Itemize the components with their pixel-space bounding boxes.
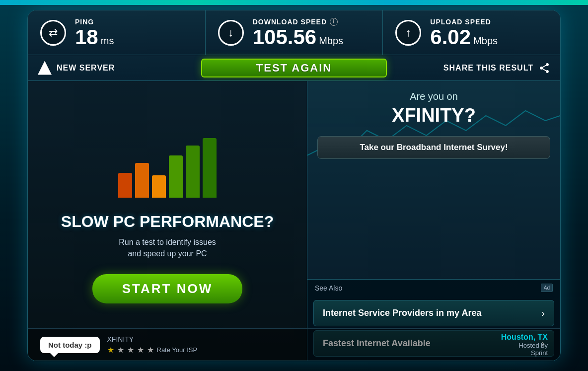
chevron-right-icon-1: › — [541, 307, 545, 319]
new-server-button[interactable]: NEW SERVER — [38, 61, 191, 75]
main-content: SLOW PC PERFORMANCE? Run a test to ident… — [28, 81, 560, 361]
star-5: ★ — [147, 345, 154, 355]
rating-stars: ★ ★ ★ ★ ★ Rate Your ISP — [107, 345, 198, 355]
ping-value: 18ms — [75, 27, 114, 48]
ping-icon: ⇄ — [40, 20, 66, 46]
bar-chart-bar — [186, 146, 200, 198]
share-label: SHARE THIS RESULT — [443, 64, 533, 73]
download-icon: ↓ — [218, 20, 244, 46]
host-name: Sprint — [501, 349, 548, 357]
share-icon — [538, 62, 550, 74]
star-3: ★ — [127, 345, 134, 355]
isp-section: XFINITY ★ ★ ★ ★ ★ Rate Your ISP — [107, 335, 198, 355]
ping-section: ⇄ PING 18ms — [28, 10, 206, 55]
upload-icon: ↑ — [395, 20, 421, 46]
ping-unit: ms — [101, 35, 114, 46]
test-again-button[interactable]: TEST AGAIN — [201, 59, 387, 77]
upload-info: UPLOAD SPEED 6.02Mbps — [430, 18, 498, 48]
download-info: DOWNLOAD SPEED i 105.56Mbps — [253, 18, 343, 48]
rate-isp-label[interactable]: Rate Your ISP — [157, 346, 198, 354]
see-also-label: See Also — [315, 284, 342, 292]
upload-value: 6.02Mbps — [430, 27, 498, 48]
bar-chart-bar — [169, 155, 183, 198]
star-4: ★ — [137, 345, 144, 355]
star-1: ★ — [107, 345, 114, 355]
bar-chart-bar — [118, 173, 132, 198]
broadband-survey-button[interactable]: Take our Broadband Internet Survey! — [317, 136, 550, 159]
server-triangle-icon — [38, 61, 52, 75]
action-bar: NEW SERVER TEST AGAIN SHARE THIS RESULT — [28, 55, 560, 81]
isp-left: Not today :p XFINITY ★ ★ ★ ★ ★ Rate Your… — [40, 335, 197, 355]
new-server-label: NEW SERVER — [57, 64, 115, 73]
hosted-by-label: Hosted by — [501, 342, 548, 349]
start-now-button[interactable]: START NOW — [92, 274, 243, 303]
isp-in-area-link[interactable]: Internet Service Providers in my Area › — [313, 300, 554, 326]
slow-pc-title: SLOW PC PERFORMANCE? — [61, 213, 274, 231]
download-value: 105.56Mbps — [253, 27, 343, 48]
ping-info: PING 18ms — [75, 18, 114, 48]
stats-bar: ⇄ PING 18ms ↓ DOWNLOAD SPEED i — [28, 10, 560, 55]
host-section: Houston, TX Hosted by Sprint — [501, 333, 548, 357]
star-2: ★ — [117, 345, 124, 355]
speedtest-container: ⇄ PING 18ms ↓ DOWNLOAD SPEED i — [27, 10, 561, 361]
share-button[interactable]: SHARE THIS RESULT — [397, 62, 550, 74]
top-bar — [0, 0, 588, 5]
ping-label: PING — [75, 18, 114, 26]
right-panel: Are you on XFINITY? Take our Broadband I… — [307, 81, 560, 361]
are-you-on-text: Are you on — [317, 91, 550, 102]
bar-chart-bar — [203, 138, 217, 198]
slow-pc-description: Run a test to identify issuesand speed u… — [119, 237, 216, 259]
download-info-icon[interactable]: i — [330, 18, 338, 26]
bar-chart-bar — [152, 175, 166, 198]
isp-in-area-text: Internet Service Providers in my Area — [323, 308, 481, 318]
host-city: Houston, TX — [501, 333, 548, 342]
ad-badge: Ad — [541, 284, 553, 292]
upload-label: UPLOAD SPEED — [430, 18, 498, 26]
isp-name: XFINITY — [107, 335, 198, 343]
xfinity-text-container: Are you on XFINITY? Take our Broadband I… — [317, 91, 550, 159]
upload-unit: Mbps — [473, 35, 498, 46]
left-panel: SLOW PC PERFORMANCE? Run a test to ident… — [28, 81, 307, 361]
bar-chart-bar — [135, 163, 149, 198]
upload-section: ↑ UPLOAD SPEED 6.02Mbps — [383, 10, 560, 55]
download-section: ↓ DOWNLOAD SPEED i 105.56Mbps — [206, 10, 383, 55]
download-unit: Mbps — [319, 35, 343, 46]
bottom-bar: Not today :p XFINITY ★ ★ ★ ★ ★ Rate Your… — [28, 328, 560, 361]
xfinity-brand: XFINITY? — [317, 105, 550, 126]
not-today-bubble: Not today :p — [40, 337, 100, 353]
download-label: DOWNLOAD SPEED i — [253, 18, 343, 26]
xfinity-section: Are you on XFINITY? Take our Broadband I… — [307, 81, 560, 279]
left-panel-inner: SLOW PC PERFORMANCE? Run a test to ident… — [61, 138, 274, 303]
see-also-header: See Also Ad — [307, 280, 560, 296]
bar-chart — [118, 138, 217, 198]
